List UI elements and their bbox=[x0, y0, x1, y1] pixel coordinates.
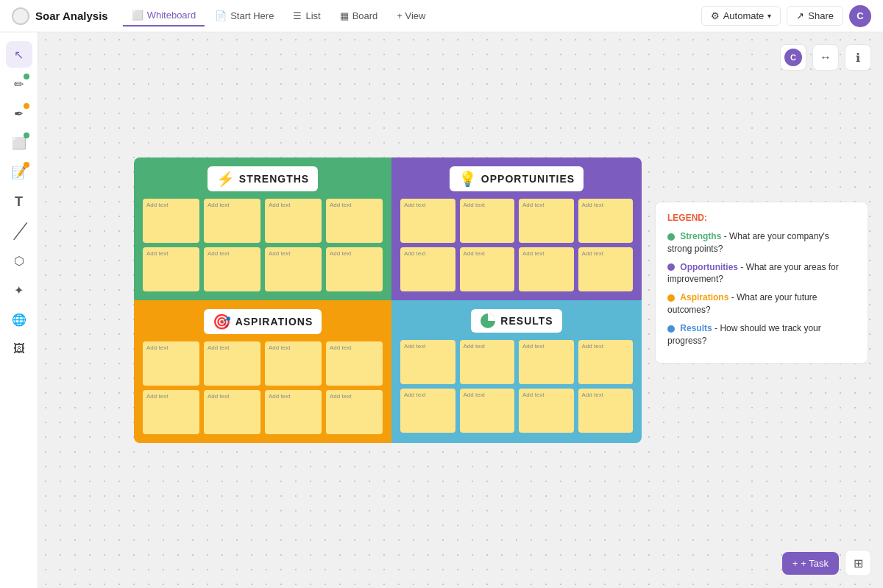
image-icon: 🖼 bbox=[13, 342, 25, 355]
whiteboard-icon: ⬜ bbox=[132, 10, 143, 21]
sidebar-pen-plus-tool[interactable]: ✏ bbox=[6, 71, 32, 97]
share-button[interactable]: ↗ Share bbox=[787, 6, 843, 26]
aspirations-legend-dot bbox=[667, 294, 675, 302]
sticky-note[interactable]: Add text bbox=[460, 199, 515, 243]
results-icon bbox=[480, 313, 496, 329]
avatar[interactable]: C bbox=[849, 5, 871, 27]
sticky-note[interactable]: Add text bbox=[519, 389, 574, 433]
sidebar-image-tool[interactable]: 🖼 bbox=[6, 336, 32, 362]
nav-whiteboard[interactable]: ⬜ Whiteboard bbox=[123, 5, 205, 26]
sticky-note[interactable]: Add text bbox=[204, 341, 260, 386]
nav-list[interactable]: ☰ List bbox=[284, 6, 329, 26]
sidebar-line-tool[interactable]: ╱ bbox=[6, 218, 32, 244]
info-icon: ℹ bbox=[856, 51, 860, 65]
sidebar-pencil-tool[interactable]: ✒ bbox=[6, 100, 32, 127]
results-title: RESULTS bbox=[500, 315, 553, 327]
opportunities-header: 💡 OPPORTUNITIES bbox=[450, 166, 584, 191]
sticky-note[interactable]: Add text bbox=[460, 340, 515, 384]
grid-view-button[interactable]: ⊞ bbox=[845, 550, 871, 576]
sticky-note[interactable]: Add text bbox=[400, 340, 455, 384]
aspirations-quadrant: 🎯 ASPIRATIONS Add text Add text Add text… bbox=[134, 300, 391, 443]
sticky-note[interactable]: Add text bbox=[326, 247, 383, 291]
bottom-actions: + + Task ⊞ bbox=[782, 550, 871, 576]
text-icon: T bbox=[15, 194, 23, 210]
sticky-note[interactable]: Add text bbox=[400, 389, 455, 433]
sticky-note[interactable]: Add text bbox=[143, 247, 199, 291]
grid-icon: ⊞ bbox=[854, 556, 863, 570]
strengths-title: STRENGTHS bbox=[239, 173, 309, 185]
legend-strengths: Strengths - What are your company's stro… bbox=[667, 230, 856, 255]
info-button[interactable]: ℹ bbox=[845, 44, 871, 71]
strengths-legend-dot bbox=[667, 233, 675, 241]
nav-start-here[interactable]: 📄 Start Here bbox=[206, 6, 283, 26]
soar-board: ⚡ STRENGTHS Add text Add text Add text A… bbox=[134, 157, 642, 443]
strengths-notes-grid: Add text Add text Add text Add text Add … bbox=[143, 199, 383, 291]
sticky-note[interactable]: Add text bbox=[265, 341, 322, 386]
sidebar-sparkles-tool[interactable]: ✦ bbox=[6, 277, 32, 303]
sticky-note[interactable]: Add text bbox=[519, 340, 574, 384]
sticky-note[interactable]: Add text bbox=[578, 340, 634, 384]
legend-title: LEGEND: bbox=[667, 213, 856, 223]
legend-aspirations: Aspirations - What are your future outco… bbox=[667, 291, 856, 316]
sidebar-globe-tool[interactable]: 🌐 bbox=[6, 306, 32, 333]
results-notes-grid: Add text Add text Add text Add text Add … bbox=[400, 340, 633, 433]
opportunities-icon: 💡 bbox=[458, 170, 477, 188]
sticky-note[interactable]: Add text bbox=[265, 199, 322, 243]
canvas[interactable]: C ↔ ℹ ⚡ STRENGTHS Add text Add text Add … bbox=[38, 32, 883, 588]
sticky-note[interactable]: Add text bbox=[326, 199, 383, 243]
sticky-icon: 📝 bbox=[12, 166, 26, 180]
sticky-dot bbox=[24, 162, 29, 168]
sticky-note[interactable]: Add text bbox=[460, 247, 515, 291]
nav-add-view[interactable]: + View bbox=[388, 6, 434, 26]
opportunities-notes-grid: Add text Add text Add text Add text Add … bbox=[400, 199, 633, 291]
sidebar-nodes-tool[interactable]: ⬡ bbox=[6, 247, 32, 274]
sidebar-rectangle-tool[interactable]: ⬜ bbox=[6, 130, 32, 156]
results-legend-dot bbox=[667, 325, 675, 333]
sticky-note[interactable]: Add text bbox=[265, 247, 322, 291]
sticky-note[interactable]: Add text bbox=[204, 247, 260, 291]
opportunities-quadrant: 💡 OPPORTUNITIES Add text Add text Add te… bbox=[391, 157, 642, 300]
avatar-canvas[interactable]: C bbox=[780, 44, 806, 71]
aspirations-icon: 🎯 bbox=[213, 313, 231, 330]
sticky-note[interactable]: Add text bbox=[578, 247, 634, 291]
sticky-note[interactable]: Add text bbox=[143, 341, 199, 386]
opportunities-legend-dot bbox=[667, 263, 675, 271]
sticky-note[interactable]: Add text bbox=[204, 199, 260, 243]
sticky-note[interactable]: Add text bbox=[143, 199, 199, 243]
header-actions: ⚙ Automate ▾ ↗ Share C bbox=[701, 5, 871, 27]
sticky-note[interactable]: Add text bbox=[265, 390, 322, 434]
results-header: RESULTS bbox=[471, 309, 561, 333]
aspirations-legend-key: Aspirations bbox=[680, 292, 728, 302]
strengths-icon: ⚡ bbox=[216, 170, 235, 188]
sidebar-sticky-tool[interactable]: 📝 bbox=[6, 159, 32, 185]
automate-button[interactable]: ⚙ Automate ▾ bbox=[701, 6, 781, 26]
fit-view-button[interactable]: ↔ bbox=[812, 44, 839, 71]
canvas-toolbar: C ↔ ℹ bbox=[780, 44, 871, 71]
sticky-note[interactable]: Add text bbox=[400, 247, 455, 291]
sidebar-text-tool[interactable]: T bbox=[6, 188, 32, 215]
sidebar-cursor-tool[interactable]: ↖ bbox=[6, 41, 32, 68]
add-task-button[interactable]: + + Task bbox=[782, 552, 839, 575]
app-logo bbox=[12, 7, 29, 25]
nav-board[interactable]: ▦ Board bbox=[331, 6, 387, 26]
pencil-icon: ✒ bbox=[14, 107, 24, 121]
list-icon: ☰ bbox=[293, 10, 302, 21]
app-title: Soar Analysis bbox=[35, 10, 108, 22]
sticky-note[interactable]: Add text bbox=[460, 389, 515, 433]
sticky-note[interactable]: Add text bbox=[326, 390, 383, 434]
sticky-note[interactable]: Add text bbox=[400, 199, 455, 243]
sticky-note[interactable]: Add text bbox=[143, 390, 199, 434]
sticky-note[interactable]: Add text bbox=[519, 199, 574, 243]
rectangle-dot bbox=[24, 132, 29, 138]
sticky-note[interactable]: Add text bbox=[578, 389, 634, 433]
strengths-header: ⚡ STRENGTHS bbox=[208, 166, 318, 191]
results-legend-key: Results bbox=[680, 323, 712, 333]
legend-opportunities: Opportunities - What are your areas for … bbox=[667, 261, 856, 286]
sticky-note[interactable]: Add text bbox=[519, 247, 574, 291]
header-nav: ⬜ Whiteboard 📄 Start Here ☰ List ▦ Board… bbox=[123, 5, 698, 26]
sticky-note[interactable]: Add text bbox=[204, 390, 260, 434]
sticky-note[interactable]: Add text bbox=[578, 199, 634, 243]
results-quadrant: RESULTS Add text Add text Add text Add t… bbox=[391, 300, 642, 443]
pencil-dot bbox=[24, 103, 29, 109]
sticky-note[interactable]: Add text bbox=[326, 341, 383, 386]
